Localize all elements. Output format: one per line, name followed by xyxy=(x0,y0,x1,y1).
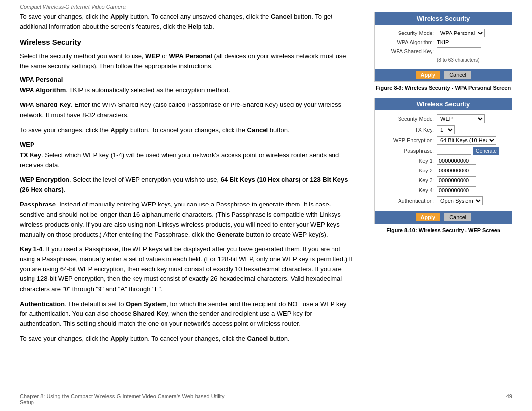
passphrase-text: Passphrase. Instead of manually entering… xyxy=(20,200,355,240)
wep-panel-header: Wireless Security xyxy=(375,98,512,110)
wpa-caption: Figure 8-9: Wireless Security - WPA Pers… xyxy=(374,85,512,91)
key3-row: Key 3: xyxy=(380,176,507,184)
wep-apply-button[interactable]: Apply xyxy=(416,213,441,221)
wpa-algorithm-label: WPA Algorithm: xyxy=(380,39,434,45)
wpa-algorithm-value: TKIP xyxy=(437,39,449,45)
wep-encryption-text: WEP Encryption. Select the level of WEP … xyxy=(20,175,355,195)
security-mode-row: Security Mode: WPA Personal WEP xyxy=(380,29,507,37)
wpa-panel-header: Wireless Security xyxy=(375,12,512,25)
wpa-apply-button[interactable]: Apply xyxy=(416,71,441,79)
wep-panel-body: Security Mode: WEP WPA Personal TX Key: … xyxy=(375,110,512,211)
wep-cancel-button[interactable]: Cancel xyxy=(444,213,471,221)
footer-setup: Setup xyxy=(20,399,225,405)
tx-key-text: TX Key. Select which WEP key (1-4) will … xyxy=(20,150,355,170)
wep-panel: Wireless Security Security Mode: WEP WPA… xyxy=(374,98,512,224)
wpa-shared-key-text: WPA Shared Key. Enter the WPA Shared Key… xyxy=(20,100,355,120)
key14-text: Key 1-4. If you used a Passphrase, the W… xyxy=(20,244,355,294)
footer-left: Chapter 8: Using the Compact Wireless-G … xyxy=(20,393,225,405)
wpa-shared-key-input[interactable] xyxy=(437,47,481,55)
wep-panel-footer: Apply Cancel xyxy=(375,211,512,224)
wpa-personal-title: WPA Personal xyxy=(20,76,355,83)
page-footer: Chapter 8: Using the Compact Wireless-G … xyxy=(20,393,512,405)
left-column: To save your changes, click the Apply bu… xyxy=(20,12,360,348)
wpa-panel-footer: Apply Cancel xyxy=(375,68,512,81)
key4-label: Key 4: xyxy=(380,187,434,193)
key1-row: Key 1: xyxy=(380,157,507,165)
ws-intro: Select the security method you want to u… xyxy=(20,51,355,71)
wep-save-text: To save your changes, click the Apply bu… xyxy=(20,334,355,343)
passphrase-input[interactable] xyxy=(437,147,471,155)
passphrase-label: Passphrase: xyxy=(380,148,434,154)
auth-label: Authentication: xyxy=(380,198,434,204)
key4-input[interactable] xyxy=(437,186,476,194)
wep-encryption-label: WEP Encryption: xyxy=(380,137,434,143)
footer-chapter: Chapter 8: Using the Compact Wireless-G … xyxy=(20,393,225,399)
authentication-text: Authentication. The default is set to Op… xyxy=(20,299,355,329)
wep-security-mode-label: Security Mode: xyxy=(380,116,434,122)
footer-page-number: 49 xyxy=(506,393,512,405)
page-header: Compact Wireless-G Internet Video Camera xyxy=(0,0,532,12)
wep-security-mode-select[interactable]: WEP WPA Personal xyxy=(437,114,485,123)
key2-row: Key 2: xyxy=(380,167,507,174)
wpa-panel-body: Security Mode: WPA Personal WEP WPA Algo… xyxy=(375,25,512,68)
key1-input[interactable] xyxy=(437,157,476,165)
header-text: Compact Wireless-G Internet Video Camera xyxy=(20,4,126,10)
wpa-algorithm-row: WPA Algorithm: TKIP xyxy=(380,39,507,45)
wep-caption: Figure 8-10: Wireless Security - WEP Scr… xyxy=(374,227,512,233)
tx-key-label: TX Key: xyxy=(380,127,434,133)
key3-label: Key 3: xyxy=(380,177,434,183)
wpa-hint: (8 to 63 characters) xyxy=(437,57,507,63)
right-column: Wireless Security Security Mode: WPA Per… xyxy=(374,12,512,348)
auth-select[interactable]: Open System Shared Key xyxy=(437,196,483,205)
wpa-cancel-button[interactable]: Cancel xyxy=(444,71,471,79)
key1-label: Key 1: xyxy=(380,158,434,164)
key2-input[interactable] xyxy=(437,167,476,174)
auth-row: Authentication: Open System Shared Key xyxy=(380,196,507,205)
security-mode-label: Security Mode: xyxy=(380,30,434,36)
passphrase-row: Passphrase: Generate xyxy=(380,147,507,155)
intro-paragraph: To save your changes, click the Apply bu… xyxy=(20,12,355,31)
wep-security-mode-row: Security Mode: WEP WPA Personal xyxy=(380,114,507,123)
tx-key-select[interactable]: 1 2 3 4 xyxy=(437,125,455,134)
wep-encryption-select[interactable]: 64 Bit Keys (10 Hex chars) 128 Bit Keys … xyxy=(437,136,496,145)
key3-input[interactable] xyxy=(437,176,476,184)
tx-key-row: TX Key: 1 2 3 4 xyxy=(380,125,507,134)
security-mode-select[interactable]: WPA Personal WEP xyxy=(437,29,485,37)
wpa-shared-key-row: WPA Shared Key: xyxy=(380,47,507,55)
generate-button[interactable]: Generate xyxy=(473,147,499,155)
key4-row: Key 4: xyxy=(380,186,507,194)
key2-label: Key 2: xyxy=(380,168,434,173)
wep-encryption-row: WEP Encryption: 64 Bit Keys (10 Hex char… xyxy=(380,136,507,145)
wep-title: WEP xyxy=(20,141,355,148)
wireless-security-title: Wireless Security xyxy=(20,38,355,46)
wpa-panel: Wireless Security Security Mode: WPA Per… xyxy=(374,12,512,82)
wpa-algorithm-text: WPA Algorithm. TKIP is automatically sel… xyxy=(20,85,355,95)
wpa-save-text: To save your changes, click the Apply bu… xyxy=(20,125,355,135)
wpa-shared-key-label: WPA Shared Key: xyxy=(380,48,434,54)
